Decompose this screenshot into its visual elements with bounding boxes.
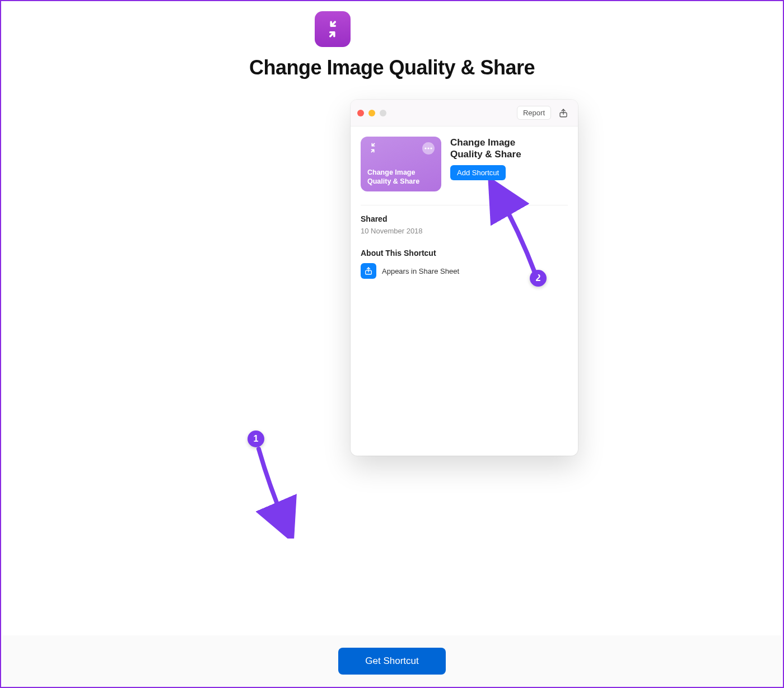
share-icon [558, 108, 568, 118]
share-icon [364, 266, 373, 275]
shortcut-preview-card[interactable]: Change Image Quality & Share [361, 137, 441, 191]
svg-point-2 [427, 147, 429, 149]
ellipsis-icon [424, 147, 432, 149]
report-button[interactable]: Report [517, 106, 551, 120]
share-sheet-text: Appears in Share Sheet [382, 267, 459, 275]
compress-arrows-icon [367, 142, 379, 153]
zoom-window-button[interactable] [380, 110, 386, 116]
window-titlebar: Report [351, 100, 578, 127]
shared-label: Shared [361, 214, 568, 223]
annotation-badge-1: 1 [248, 430, 264, 447]
close-window-button[interactable] [357, 110, 364, 116]
bottom-bar: Get Shortcut [2, 635, 782, 687]
card-title: Change Image Quality & Share [367, 168, 435, 186]
hero-app-icon [315, 11, 351, 47]
svg-point-3 [430, 147, 432, 149]
card-more-button[interactable] [422, 142, 435, 155]
get-shortcut-button[interactable]: Get Shortcut [338, 648, 445, 675]
compress-arrows-icon [323, 20, 342, 39]
share-button[interactable] [556, 105, 571, 121]
annotation-badge-2: 2 [530, 270, 547, 287]
annotation-arrow-1 [253, 443, 309, 539]
add-shortcut-button[interactable]: Add Shortcut [450, 165, 506, 180]
shared-section: Shared 10 November 2018 [361, 214, 568, 235]
shared-date: 10 November 2018 [361, 227, 568, 235]
about-label: About This Shortcut [361, 249, 568, 258]
page-title: Change Image Quality & Share [1, 56, 783, 79]
minimize-window-button[interactable] [368, 110, 375, 116]
share-sheet-badge-icon [361, 263, 376, 279]
window-controls [357, 110, 386, 116]
svg-point-1 [424, 147, 426, 149]
detail-title: Change Image Quality & Share [450, 137, 521, 161]
